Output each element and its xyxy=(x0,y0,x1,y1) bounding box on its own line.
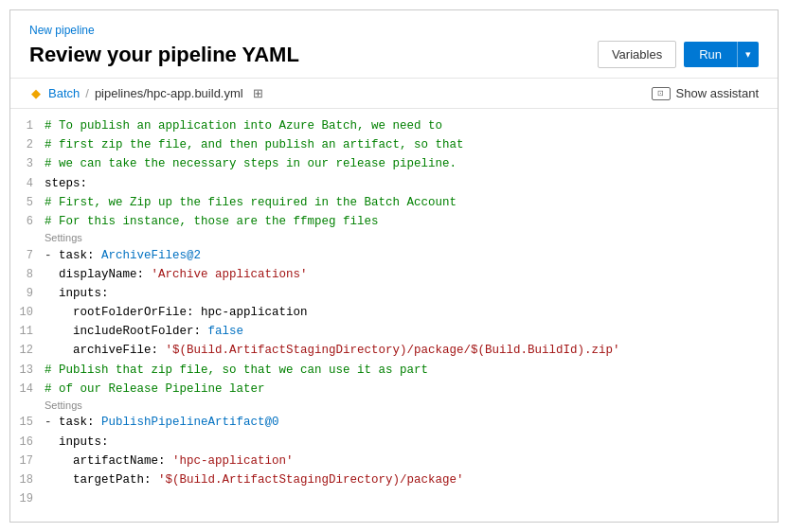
toolbar: ◆ Batch / pipelines/hpc-app.build.yml ⊞ … xyxy=(10,79,778,109)
settings-label-2: Settings xyxy=(10,399,778,413)
code-line: 8 displayName: 'Archive applications' xyxy=(10,265,778,284)
run-chevron-button[interactable]: ▾ xyxy=(737,42,759,67)
code-line: 4 steps: xyxy=(10,174,778,193)
code-line: 13 # Publish that zip file, so that we c… xyxy=(10,361,778,380)
code-line: 18 targetPath: '$(Build.ArtifactStagingD… xyxy=(10,470,778,489)
code-line: 12 archiveFile: '$(Build.ArtifactStaging… xyxy=(10,341,778,360)
main-container: New pipeline Review your pipeline YAML V… xyxy=(9,9,779,523)
breadcrumb-sep: / xyxy=(85,86,89,100)
settings-label-1: Settings xyxy=(10,231,778,245)
code-line: 15 - task: PublishPipelineArtifact@0 xyxy=(10,413,778,432)
code-line: 7 - task: ArchiveFiles@2 xyxy=(10,246,778,265)
run-button[interactable]: Run xyxy=(684,42,737,67)
variables-button[interactable]: Variables xyxy=(598,41,676,68)
show-assistant-label: Show assistant xyxy=(676,86,759,100)
code-line: 9 inputs: xyxy=(10,284,778,303)
code-line: 10 rootFolderOrFile: hpc-application xyxy=(10,303,778,322)
new-pipeline-label: New pipeline xyxy=(29,24,759,37)
run-button-group: Run ▾ xyxy=(684,42,759,67)
page-title: Review your pipeline YAML xyxy=(29,43,598,67)
code-line: 19 xyxy=(10,489,778,508)
header-actions: Variables Run ▾ xyxy=(598,41,759,68)
breadcrumb: ◆ Batch / pipelines/hpc-app.build.yml ⊞ xyxy=(29,86,263,100)
assistant-icon: ⊡ xyxy=(652,87,671,100)
header: New pipeline Review your pipeline YAML V… xyxy=(10,10,778,79)
code-editor[interactable]: 1 # To publish an application into Azure… xyxy=(10,109,778,522)
code-line: 11 includeRootFolder: false xyxy=(10,322,778,341)
diamond-icon: ◆ xyxy=(29,87,43,100)
show-assistant-button[interactable]: ⊡ Show assistant xyxy=(652,86,759,100)
code-line: 17 artifactName: 'hpc-application' xyxy=(10,452,778,470)
code-line: 5 # First, we Zip up the files required … xyxy=(10,193,778,212)
code-line: 1 # To publish an application into Azure… xyxy=(10,116,778,135)
code-line: 3 # we can take the necessary steps in o… xyxy=(10,154,778,173)
code-line: 16 inputs: xyxy=(10,433,778,452)
breadcrumb-batch[interactable]: Batch xyxy=(48,86,80,100)
code-line: 6 # For this instance, those are the ffm… xyxy=(10,212,778,231)
breadcrumb-path: pipelines/hpc-app.build.yml xyxy=(95,86,243,100)
code-line: 14 # of our Release Pipeline later xyxy=(10,380,778,399)
edit-file-icon[interactable]: ⊞ xyxy=(253,86,263,100)
code-line: 2 # first zip the file, and then publish… xyxy=(10,135,778,154)
